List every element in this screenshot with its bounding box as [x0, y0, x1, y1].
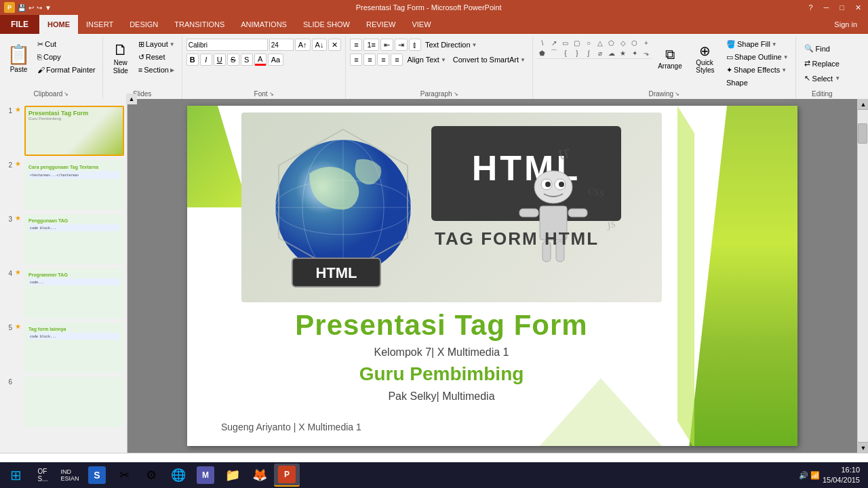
taskbar-lang[interactable]: INDESIAN [57, 464, 83, 487]
shape-hex[interactable]: ⬡ [629, 38, 640, 47]
numbering-button[interactable]: 1≡ [363, 39, 379, 51]
font-expand-icon[interactable]: ↘ [269, 91, 274, 97]
shape-5[interactable]: } [572, 48, 583, 58]
help-button[interactable]: ? [806, 3, 815, 12]
format-painter-button[interactable]: 🖌 Format Painter [35, 64, 98, 76]
slide-thumb-5[interactable]: 5 ★ Tag form lainnya code block... [3, 323, 124, 373]
scroll-up-button[interactable]: ▲ [126, 94, 137, 104]
quick-styles-button[interactable]: ⊕ QuickStyles [688, 38, 722, 79]
decrease-indent-button[interactable]: ⇤ [380, 39, 393, 51]
shape-2[interactable]: ⬟ [537, 48, 548, 58]
shape-diamond[interactable]: ◇ [618, 38, 629, 47]
taskbar-firefox[interactable]: 🦊 [247, 464, 273, 487]
shape-fill-button[interactable]: 🪣 Shape Fill ▼ [724, 38, 791, 50]
quick-access-save[interactable]: 💾 [18, 4, 26, 12]
signin-link[interactable]: Sign in [823, 20, 868, 28]
shape-outline-button[interactable]: ▭ Shape Outline ▼ [724, 51, 791, 63]
bullets-button[interactable]: ≡ [350, 39, 362, 51]
shape-9[interactable]: ★ [618, 48, 629, 58]
replace-button[interactable]: ⇄ Replace [800, 57, 844, 70]
new-slide-button[interactable]: 🗋 NewSlide [107, 38, 134, 79]
slide-image-2[interactable]: Cara penggunaan Tag Textarea <textarea>.… [24, 160, 124, 210]
drawing-expand-icon[interactable]: ↘ [675, 91, 679, 97]
decrease-font-button[interactable]: A↓ [312, 39, 328, 51]
shape-rounded-rect[interactable]: ▢ [572, 38, 583, 47]
slide-thumb-1[interactable]: 1 ★ Presentasi Tag Form Guru Pembimbing [3, 106, 124, 156]
increase-font-button[interactable]: A↑ [295, 39, 311, 51]
text-direction-button[interactable]: Text Direction ▼ [422, 39, 480, 51]
columns-button[interactable]: ⫿ [409, 39, 421, 51]
shape-4[interactable]: { [560, 48, 571, 58]
taskbar-globe[interactable]: 🌐 [165, 464, 191, 487]
slide-image-6[interactable] [24, 377, 124, 427]
tab-home[interactable]: HOME [39, 15, 78, 34]
shape-rect[interactable]: ▭ [560, 38, 571, 47]
taskbar-gear[interactable]: ⚙ [138, 464, 164, 487]
taskbar-scissors[interactable]: ✂ [111, 464, 137, 487]
align-center-button[interactable]: ≡ [363, 54, 376, 66]
paragraph-expand-icon[interactable]: ↘ [454, 91, 458, 97]
slide-image-4[interactable]: Programmer TAG code... [24, 268, 124, 319]
shape-3[interactable]: ⌒ [549, 48, 559, 58]
section-button[interactable]: ≡ Section ▶ [136, 64, 178, 76]
justify-button[interactable]: ≡ [391, 54, 403, 66]
taskbar-folder[interactable]: 📁 [220, 464, 245, 487]
start-button[interactable]: ⊞ [3, 464, 28, 487]
scroll-up-arrow[interactable]: ▲ [858, 99, 868, 110]
tab-file[interactable]: FILE [0, 15, 39, 34]
tab-insert[interactable]: INSERT [78, 15, 121, 34]
tab-view[interactable]: VIEW [403, 15, 439, 34]
tab-animations[interactable]: ANIMATIONS [233, 15, 295, 34]
clear-format-button[interactable]: ✕ [328, 39, 341, 51]
tab-review[interactable]: REVIEW [358, 15, 403, 34]
shape-line[interactable]: \ [537, 38, 548, 47]
taskbar-ppt[interactable]: P [274, 464, 300, 487]
shape-effects-button[interactable]: ✦ Shape Effects ▼ [724, 64, 791, 76]
slide-image-5[interactable]: Tag form lainnya code block... [24, 323, 124, 373]
font-size-input[interactable] [269, 39, 294, 51]
shape-triangle[interactable]: △ [595, 38, 606, 47]
slide-thumb-4[interactable]: 4 ★ Programmer TAG code... [3, 268, 124, 319]
arrange-button[interactable]: ⧉ Arrange [653, 38, 687, 79]
shape-arrow[interactable]: ↗ [549, 38, 559, 47]
find-button[interactable]: 🔍 Find [800, 42, 834, 56]
slide-canvas[interactable]: HTML HTML [187, 106, 797, 446]
shape-pentagon[interactable]: ⬠ [606, 38, 617, 47]
copy-button[interactable]: ⎘ Copy [35, 51, 98, 63]
bold-button[interactable]: B [186, 54, 199, 66]
align-text-button[interactable]: Align Text ▼ [404, 54, 448, 66]
slide-thumb-2[interactable]: 2 ★ Cara penggunaan Tag Textarea <textar… [3, 160, 124, 210]
taskbar-ofcs[interactable]: OFS... [30, 464, 56, 487]
slide-thumb-6[interactable]: 6 [3, 377, 124, 427]
reset-button[interactable]: ↺ Reset [136, 51, 178, 63]
taskbar-s[interactable]: S [84, 464, 110, 487]
close-button[interactable]: ✕ [852, 3, 864, 12]
font-name-input[interactable] [186, 39, 268, 51]
shadow-button[interactable]: S [241, 54, 253, 66]
slide-image-3[interactable]: Penggunaan TAG code block... [24, 214, 124, 264]
italic-button[interactable]: I [200, 54, 212, 66]
shape-label[interactable]: Shape [724, 77, 791, 89]
shape-10[interactable]: ✦ [629, 48, 640, 58]
shape-oval[interactable]: ○ [583, 38, 594, 47]
shape-more[interactable]: + [641, 38, 652, 47]
shape-7[interactable]: ⌀ [595, 48, 606, 58]
scroll-thumb[interactable] [858, 123, 867, 144]
restore-button[interactable]: □ [837, 3, 847, 12]
select-button[interactable]: ↖ Select ▼ [800, 72, 845, 85]
quick-access-redo[interactable]: ↪ [37, 4, 42, 12]
align-left-button[interactable]: ≡ [350, 54, 362, 66]
tab-slideshow[interactable]: SLIDE SHOW [295, 15, 358, 34]
shape-scroll[interactable]: ⬎ [641, 48, 652, 58]
shape-8[interactable]: ☁ [606, 48, 617, 58]
scroll-down-arrow[interactable]: ▼ [858, 442, 868, 453]
convert-smartart-button[interactable]: Convert to SmartArt ▼ [450, 54, 528, 66]
tab-transitions[interactable]: TRANSITIONS [166, 15, 233, 34]
quick-access-customize[interactable]: ▼ [45, 4, 52, 12]
font-color-button[interactable]: A [254, 54, 267, 66]
strikethrough-button[interactable]: S [227, 54, 239, 66]
increase-indent-button[interactable]: ⇥ [395, 39, 408, 51]
slide-image-1[interactable]: Presentasi Tag Form Guru Pembimbing [24, 106, 124, 156]
layout-button[interactable]: ⊞ Layout ▼ [136, 38, 178, 50]
vertical-scrollbar[interactable]: ▲ ▼ [857, 99, 868, 453]
